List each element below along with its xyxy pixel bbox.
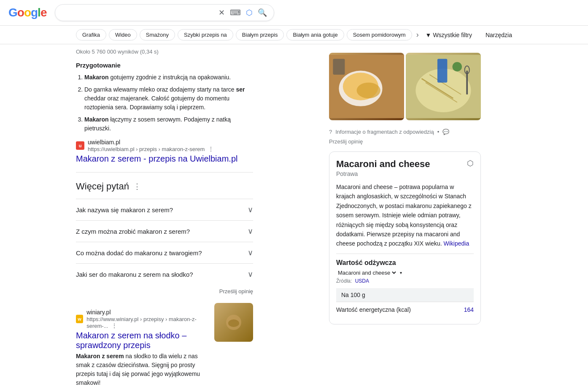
filter-chip-bialym-ania[interactable]: Białym ania gotuje xyxy=(286,29,344,41)
recipe-step-2: Do garnka wlewamy mleko oraz dodajemy st… xyxy=(84,85,253,112)
all-filters-label: Wszystkie filtry xyxy=(433,32,472,38)
filter-chip-sosem[interactable]: Sosem pomidorowym xyxy=(347,29,412,41)
result-thumb-image xyxy=(214,303,253,342)
recipe-steps: Makaron gotujemy zgodnie z instrukcją na… xyxy=(76,73,253,133)
kp-nutrition-title: Wartość odżywcza xyxy=(336,259,474,267)
result-desc-winiary: Makaron z serem na słodko to dla wielu z… xyxy=(76,352,208,387)
filter-chip-grafika[interactable]: Grafika xyxy=(76,29,106,41)
filter-icon: ▼ xyxy=(426,32,432,38)
result-link-winiary[interactable]: Makaron z serem na słodko – sprawdzony p… xyxy=(76,331,208,350)
svg-point-1 xyxy=(228,319,239,327)
winiary-site-url: https://www.winiary.pl › przepisy › maka… xyxy=(86,316,197,329)
faq-chevron-4: ∨ xyxy=(248,270,253,279)
recipe-snippet: Przygotowanie Makaron gotujemy zgodnie z… xyxy=(76,62,253,164)
more-questions-menu[interactable]: ⋮ xyxy=(133,182,141,191)
results-count: Około 5 760 000 wyników (0,34 s) xyxy=(76,49,253,55)
faq-chevron-2: ∨ xyxy=(248,227,253,236)
filter-bar: Grafika Wideo Smażony Szybki przepis na … xyxy=(0,26,588,44)
kp-nutrition-select[interactable]: Macaroni and cheese xyxy=(336,269,397,276)
recipe-title: Przygotowanie xyxy=(76,62,253,69)
winiary-menu-dots[interactable]: ⋮ xyxy=(111,322,117,329)
filter-more-button[interactable]: › xyxy=(415,30,421,39)
right-column: ? Informacje o fragmentach z odpowiedzią… xyxy=(329,44,489,389)
info-link[interactable]: Informacje o fragmentach z odpowiedzią xyxy=(335,129,434,135)
filter-chip-szybki[interactable]: Szybki przepis na xyxy=(178,29,233,41)
food-image-2[interactable] xyxy=(406,53,481,120)
header: Google makaron z serem ✕ ⌨ ⬡ 🔍 xyxy=(0,0,588,26)
clear-search-button[interactable]: ✕ xyxy=(218,8,225,17)
svg-point-13 xyxy=(453,62,462,71)
faq-item-1[interactable]: Jak nazywa się makaron z serem? ∨ xyxy=(76,199,253,220)
second-result: w winiary.pl https://www.winiary.pl › pr… xyxy=(76,303,253,389)
images-row xyxy=(329,53,481,120)
filter-chip-wideo[interactable]: Wideo xyxy=(109,29,137,41)
site-url: https://uwielbiam.pl › przepis › makaron… xyxy=(88,146,205,152)
svg-point-5 xyxy=(357,83,380,98)
przesl-link-faq[interactable]: Prześlij opinię xyxy=(76,288,253,294)
kp-title: Macaroni and cheese xyxy=(336,159,430,170)
kp-desc-text: Macaroni and cheese – potrawa popularna … xyxy=(336,184,472,247)
food-image-2-svg xyxy=(406,53,481,120)
site-info-winiary: w winiary.pl https://www.winiary.pl › pr… xyxy=(76,309,208,329)
kp-row-value-1: 164 xyxy=(464,306,474,313)
faq-question-4: Jaki ser do makaronu z serem na słodko? xyxy=(76,271,193,278)
filter-chip-bialym[interactable]: Białym przepis xyxy=(236,29,284,41)
more-questions-section: Więcej pytań ⋮ Jak nazywa się makaron z … xyxy=(76,181,253,294)
site-name: uwielbiam.pl xyxy=(88,139,214,146)
divider-1 xyxy=(76,172,253,173)
food-image-1-svg xyxy=(329,53,404,120)
result-text-winiary: w winiary.pl https://www.winiary.pl › pr… xyxy=(76,303,208,389)
svg-rect-6 xyxy=(333,59,345,74)
recipe-step-1: Makaron gotujemy zgodnie z instrukcją na… xyxy=(84,73,253,82)
search-input[interactable]: makaron z serem xyxy=(62,9,214,16)
kp-wiki-link[interactable]: Wikipedia xyxy=(443,240,469,247)
result-menu-dots[interactable]: ⋮ xyxy=(208,146,214,152)
kp-select-row: Macaroni and cheese ▾ xyxy=(336,269,474,276)
kp-dropdown-icon: ▾ xyxy=(400,270,402,275)
kp-subtitle: Potrawa xyxy=(336,170,430,177)
search-bar: makaron z serem ✕ ⌨ ⬡ 🔍 xyxy=(55,4,274,21)
left-column: Około 5 760 000 wyników (0,34 s) Przygot… xyxy=(0,44,329,389)
recipe-step-3: Makaron łączymy z sosem serowym. Podajem… xyxy=(84,115,253,133)
winiary-favicon: w xyxy=(76,315,83,323)
info-question-icon: ? xyxy=(329,129,332,135)
all-filters-button[interactable]: ▼ Wszystkie filtry xyxy=(426,32,472,38)
winiary-site-name: winiary.pl xyxy=(86,309,208,316)
winiary-site-details: winiary.pl https://www.winiary.pl › prze… xyxy=(86,309,208,329)
comment-icon: 💬 xyxy=(442,129,449,135)
kp-usda-link[interactable]: USDA xyxy=(355,278,369,284)
faq-chevron-1: ∨ xyxy=(248,205,253,214)
kp-divider xyxy=(336,254,474,254)
site-info: u uwielbiam.pl https://uwielbiam.pl › pr… xyxy=(76,139,253,152)
site-favicon: u xyxy=(76,141,84,150)
info-dot-sep: • xyxy=(437,129,440,135)
filter-chip-smazony[interactable]: Smażony xyxy=(140,29,175,41)
kp-title-section: Macaroni and cheese Potrawa xyxy=(336,159,430,182)
camera-icon-button[interactable]: ⬡ xyxy=(246,8,253,17)
kp-source: Źródła: USDA xyxy=(336,278,474,284)
faq-item-2[interactable]: Z czym można zrobić makaron z serem? ∨ xyxy=(76,220,253,242)
faq-chevron-3: ∨ xyxy=(248,248,253,257)
google-logo[interactable]: Google xyxy=(8,6,46,19)
kp-description: Macaroni and cheese – potrawa popularna … xyxy=(336,182,474,249)
food-image-1[interactable] xyxy=(329,53,404,120)
faq-item-4[interactable]: Jaki ser do makaronu z serem na słodko? … xyxy=(76,263,253,285)
search-icons: ✕ ⌨ ⬡ 🔍 xyxy=(218,8,267,17)
food-icon xyxy=(225,314,242,331)
more-questions-title: Więcej pytań xyxy=(76,181,129,192)
main-content: Około 5 760 000 wyników (0,34 s) Przygot… xyxy=(0,44,588,389)
faq-question-3: Co można dodać do makaronu z twarogiem? xyxy=(76,249,202,257)
kp-row-label-1: Wartość energetyczna (kcal) xyxy=(336,306,411,313)
kp-source-label: Źródła: xyxy=(336,278,352,284)
kp-per-label: Na 100 g xyxy=(336,288,474,302)
result-link-uwielbiam[interactable]: Makaron z serem - przepis na Uwielbiam.p… xyxy=(76,154,253,164)
faq-item-3[interactable]: Co można dodać do makaronu z twarogiem? … xyxy=(76,242,253,263)
keyboard-icon-button[interactable]: ⌨ xyxy=(230,8,241,17)
tools-label[interactable]: Narzędzia xyxy=(486,32,512,38)
kp-share-button[interactable]: ⬡ xyxy=(467,159,474,168)
faq-question-2: Z czym można zrobić makaron z serem? xyxy=(76,228,190,235)
search-button[interactable]: 🔍 xyxy=(258,8,267,17)
site-details: uwielbiam.pl https://uwielbiam.pl › prze… xyxy=(88,139,214,152)
more-questions-header: Więcej pytań ⋮ xyxy=(76,181,253,192)
przesl-link[interactable]: Prześlij opinię xyxy=(329,138,363,145)
